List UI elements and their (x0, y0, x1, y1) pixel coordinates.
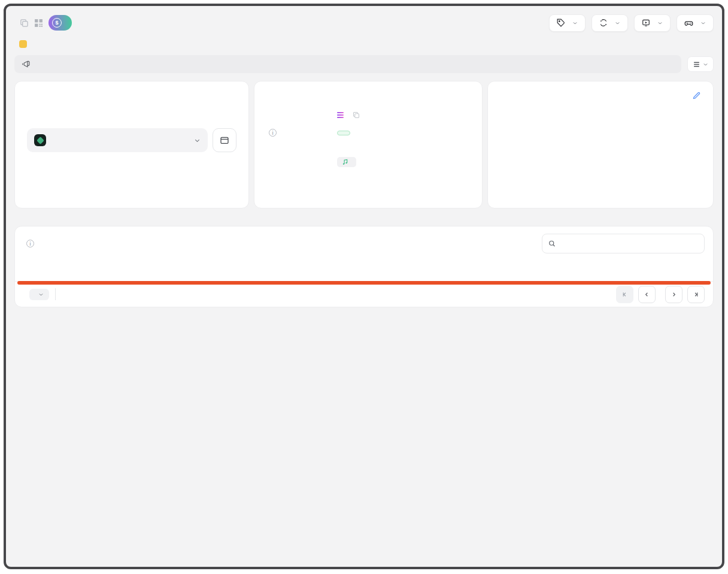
exchange-icon (599, 19, 608, 27)
overview-card (14, 81, 249, 209)
chevron-down-icon (615, 20, 620, 26)
coin-icon: $ (52, 18, 62, 28)
pagination-bar (15, 281, 713, 307)
first-page-button[interactable] (616, 286, 633, 303)
activities-table-card: i (14, 226, 714, 307)
top-header: $ (14, 13, 714, 32)
ad-banner (14, 40, 714, 48)
info-icon: i (269, 129, 277, 137)
exchange-button[interactable] (592, 14, 628, 32)
portfolio-button[interactable] (213, 128, 236, 152)
gamepad-icon (684, 19, 693, 28)
copy-address-icon[interactable] (20, 19, 29, 28)
tag-icon (557, 19, 565, 27)
next-page-button[interactable] (665, 286, 682, 303)
divider (55, 288, 56, 300)
wallet-icon (220, 135, 229, 145)
buy-button[interactable] (549, 14, 586, 32)
prev-page-button[interactable] (638, 286, 656, 303)
play-icon (642, 19, 650, 27)
chevron-down-icon (38, 292, 44, 297)
token-creator-tag[interactable] (337, 157, 356, 167)
tip-button[interactable]: $ (48, 15, 72, 31)
play-button[interactable] (634, 14, 671, 32)
chevron-down-icon (700, 20, 706, 26)
copy-icon[interactable] (353, 111, 360, 119)
isoncurve-badge (337, 131, 350, 135)
wallet-notice (14, 55, 681, 73)
notice-list-button[interactable] (687, 56, 714, 72)
chevron-down-icon (703, 62, 708, 67)
handshake-emoji-icon (19, 40, 27, 48)
more-info-card: i (254, 81, 483, 209)
chevron-down-icon (657, 20, 663, 26)
gaming-button[interactable] (677, 14, 714, 32)
list-icon (693, 61, 700, 68)
first-page-icon (621, 291, 628, 298)
megaphone-icon (22, 60, 30, 68)
chevron-down-icon (572, 20, 578, 26)
token-icon (34, 134, 46, 146)
last-page-button[interactable] (687, 286, 705, 303)
page-size-select[interactable] (29, 289, 49, 300)
qr-code-icon[interactable] (34, 19, 43, 28)
token-search[interactable] (542, 234, 705, 253)
chevron-down-icon (194, 137, 201, 144)
creator-icon (342, 159, 348, 165)
search-icon (548, 240, 556, 247)
search-input[interactable] (560, 240, 698, 247)
misc-card (487, 81, 714, 209)
system-program-icon (337, 112, 344, 118)
top-nav (549, 14, 714, 32)
token-select-dropdown[interactable] (27, 128, 208, 152)
page-frame: $ (4, 4, 724, 569)
table-header-row (15, 258, 713, 281)
chevron-right-icon (671, 291, 677, 298)
edit-pencil-icon[interactable] (692, 91, 701, 100)
last-page-icon (693, 291, 699, 298)
chevron-left-icon (644, 291, 650, 298)
info-icon: i (26, 240, 34, 247)
